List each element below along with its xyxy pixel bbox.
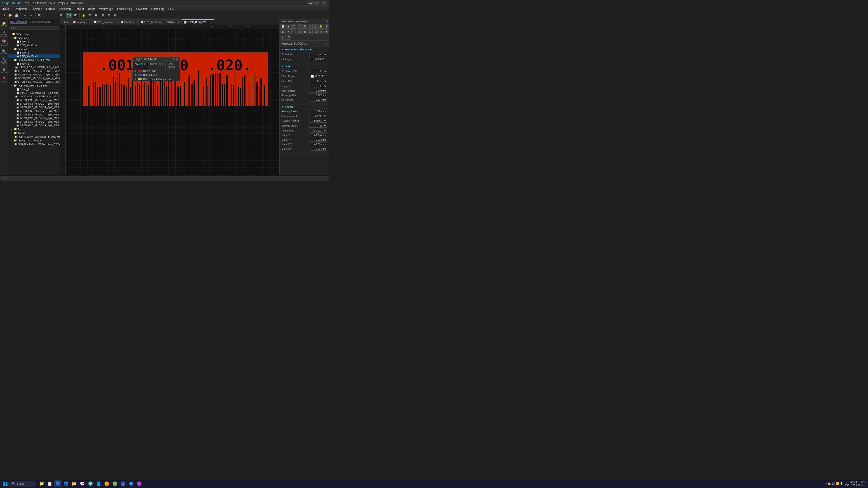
sidebar-icon-commonly-library[interactable]: 📚 Commonly Library (1, 39, 7, 46)
tb-more2[interactable]: ⊟ (100, 13, 105, 18)
tb-save[interactable]: 💾 (13, 13, 20, 18)
prop-fangen-value[interactable]: JaNein (309, 84, 327, 88)
lw-btn-16[interactable]: ⊡ (313, 29, 318, 34)
tb-search[interactable]: 🔍 (37, 13, 42, 18)
tree-item-micodmr-pcb7[interactable]: 🔲 1-PCB_PCB_MicODMR_Split_MB7 (8, 116, 60, 120)
tree-item-xiaoboard-sheet1[interactable]: 📄 Sheet_1 (8, 51, 60, 55)
menu-entwurf[interactable]: Entwurf (73, 7, 86, 11)
lw-btn-3[interactable]: T (291, 24, 296, 29)
lw-btn-5[interactable]: ↻ (302, 24, 307, 29)
tab-pcb-new[interactable]: 📄 *PCB_NEW_PC... ✕ (182, 19, 214, 25)
layers-close-icon[interactable]: ✕ (176, 58, 178, 61)
lw-close-icon[interactable]: ✕ (326, 20, 328, 23)
tab-close-icon[interactable]: ✕ (210, 21, 211, 24)
tab-xiaobasic[interactable]: 📁 XiaoBasic (118, 19, 138, 25)
prop-sichtbar-value[interactable]: JaNein (309, 69, 327, 73)
tb-open[interactable]: 📂 (7, 13, 13, 18)
sidebar-icon-lcsc[interactable]: 🔧 LCSC- Teile (1, 58, 7, 65)
tb-2d[interactable]: 2D (66, 13, 72, 18)
layer-eye-untere[interactable]: 👁 (134, 74, 137, 76)
lw-btn-4[interactable]: ↺ (297, 24, 302, 29)
tree-item-micodmr2-pcb3[interactable]: 🔲 1-PCB_PCB_MicODMR_Split_2_MB3 (8, 73, 60, 76)
lw-btn-19[interactable]: ↙ (281, 35, 285, 39)
tree-item-micodmr-pcb2[interactable]: 🔲 1-PCB_PCB_MicODMR_Split_MB2 (8, 98, 60, 102)
tb-zoom-fit[interactable]: ⊞ (58, 13, 64, 18)
lw-btn-20[interactable]: ⊟ (286, 35, 291, 39)
lw-btn-14[interactable]: ⊠ (302, 29, 307, 34)
lw-btn-8[interactable]: ✋ (318, 24, 323, 29)
tb-zoom-out[interactable]: − (51, 13, 57, 18)
tree-item-ardrc-pcb[interactable]: 🔲 PCB_ArduinoRCReceiver_III_2023-05 (8, 135, 60, 138)
prop-alt-fangen-value[interactable]: 0.127mm (309, 98, 327, 102)
tb-new[interactable]: 🗋 (1, 13, 7, 18)
lw-btn-12[interactable]: ⌐ (291, 29, 296, 34)
tree-item-pcb-xiaoboard[interactable]: 🔲 PCB_XiaoBoard (8, 55, 60, 58)
tab-start[interactable]: Start (60, 19, 70, 25)
layer-tab-all[interactable]: Alle.Lager (133, 62, 148, 69)
tree-item-test-folder[interactable]: ▶📁 Test (8, 127, 60, 131)
lw-btn-17[interactable]: ↗ (318, 29, 323, 34)
prop-routing-konflikt-value[interactable]: Ignorier... (309, 119, 327, 123)
tb-more3[interactable]: ⊟ (106, 13, 112, 18)
tree-item-arduino-pcb[interactable]: 🔲 PCB_DIY Arduino RC Receiver_2023-04-22 (8, 142, 60, 146)
prop-kupferzone-value[interactable]: Sichtbar (309, 129, 327, 133)
lw-btn-15[interactable]: □ (308, 29, 313, 34)
prop-routing-breite-value[interactable]: 0.254mm (309, 109, 327, 113)
tree-item-micodmr-sheet1[interactable]: 📄 Sheet_1 (8, 88, 60, 91)
layer-tab-noncopper[interactable]: Nicht-Kupfer (166, 62, 180, 69)
lw-btn-9[interactable]: ⊞ (324, 24, 329, 29)
tree-item-micodmr-pcb6[interactable]: 🔲 1-PCB_PCB_MicODMR_Split_MB6 (8, 113, 60, 116)
proj-tab-open[interactable]: Geöffnete Projekte(7) (30, 20, 53, 24)
sidebar-icon-design-manager[interactable]: ⚙ Design Manager (1, 30, 7, 37)
layer-row-obere-beschriftung[interactable]: 👁 Obere Beschriftungs Lage (133, 77, 180, 81)
proj-tab-all[interactable]: Alle Projekte(7) (10, 20, 27, 24)
tab-pcb-xiaobasic[interactable]: 📄 PCB_XiaoBasic (138, 19, 164, 25)
tb-more4[interactable]: ⊡ (112, 13, 118, 18)
tree-item-micodmr2-folder[interactable]: ▼📁 PCB_MicODMR_Split_2_MB (8, 58, 60, 62)
menu-datei[interactable]: Datei (1, 7, 11, 11)
tree-item-micodmr-pcb9[interactable]: 🔲 1-PCB_PCB_MicODMR_Split_MB9 (8, 124, 60, 127)
lw-btn-1[interactable]: ⬤ (281, 24, 285, 29)
prop-hintergrund-value[interactable]: #000000 (309, 57, 327, 61)
tree-item-micodmr-pcb10[interactable]: 🔲 1-PCB_PCB_MicODMR_Split_MB10 (8, 95, 60, 98)
tree-item-micodmr2-sheet1[interactable]: 📄 Sheet_1 (8, 62, 60, 66)
tree-item-micodmr2-pcb4[interactable]: 🔲 1-PCB_PCB_MicODMR_Split_2_MB4 (8, 76, 60, 80)
tree-item-xiaobasic-sheet1[interactable]: 📄 Sheet_1 (8, 40, 60, 43)
prop-einrastgrosse-value[interactable]: 0.127mm (309, 94, 327, 97)
tab-xiaoboard[interactable]: 📁 XiaoBoard (70, 19, 91, 25)
layer-row-untere[interactable]: 👁 Untere Lage (133, 73, 180, 77)
lw-btn-10[interactable]: ⊟ (281, 29, 285, 34)
tree-item-micodmr-pcb3[interactable]: 🔲 1-PCB_PCB_MicODMR_Split_MB3 (8, 102, 60, 105)
tree-item-micodmr-pcb4[interactable]: 🔲 1-PCB_PCB_MicODMR_Split_MB4 (8, 105, 60, 109)
lw-btn-13[interactable]: ⊕ (297, 29, 302, 34)
prop-verlege-winkel-value[interactable]: Linie 45° (309, 114, 327, 118)
menu-einstellung[interactable]: Einstellung (149, 7, 166, 11)
tree-item-micodmr-pcb5[interactable]: 🔲 1-PCB_PCB_MicODMR_Split_MB5 (8, 109, 60, 113)
prop-einheiten-value[interactable]: mmmil (309, 52, 327, 56)
menu-plazieren[interactable]: Plazieren (29, 7, 44, 11)
close-button[interactable]: ✕ (321, 1, 327, 5)
lw-btn-7[interactable]: ◯ (313, 24, 318, 29)
maximize-button[interactable]: □ (314, 1, 320, 5)
prop-schleife-value[interactable]: JaNein (309, 124, 327, 128)
menu-erweitert[interactable]: Erweitert (134, 7, 149, 11)
sidebar-icon-jlcpcb[interactable]: 🖥 JLCPCB (1, 67, 7, 74)
sidebar-icon-support[interactable]: ❓ Unterstü... (1, 76, 7, 83)
project-filter-input[interactable] (9, 26, 59, 30)
minimize-button[interactable]: — (307, 1, 314, 5)
lw-btn-2[interactable]: ◉ (286, 24, 291, 29)
tree-item-pcb-xiaobasic[interactable]: 🔲 PCB_XiaoBasic (8, 43, 60, 47)
menu-route[interactable]: Route (86, 7, 97, 11)
menu-bearbeiten[interactable]: Bearbeiten (12, 7, 29, 11)
tree-item-micodmr-folder[interactable]: ▼📁 PCB_MicODMR_Split_MB (8, 84, 60, 88)
menu-fabrizierung[interactable]: Fabrizierung (115, 7, 134, 11)
menu-werkzeuge[interactable]: Werkzeuge (98, 7, 115, 11)
sidebar-icon-bibliothek[interactable]: 🔍 Bibliothek (1, 48, 7, 55)
menu-ansichten[interactable]: Ansichten (57, 7, 72, 11)
layers-settings-icon[interactable]: ⚙ (173, 58, 175, 61)
prop-gitter-grosse-value[interactable]: 2.540mm (309, 89, 327, 93)
lw-btn-6[interactable]: ○ (308, 24, 313, 29)
tree-item-micodmr2-pcb1[interactable]: 🔲 1-PCB_PCB_MicODMR_Split_2_MB (8, 66, 60, 69)
tree-item-micodmr2-pcb5[interactable]: 🔲 1-PCB_PCB_MicODMR_Split_2_MB5 (8, 80, 60, 84)
tree-item-offline-projekt[interactable]: ▼📁 Offline Projekt (8, 32, 60, 36)
